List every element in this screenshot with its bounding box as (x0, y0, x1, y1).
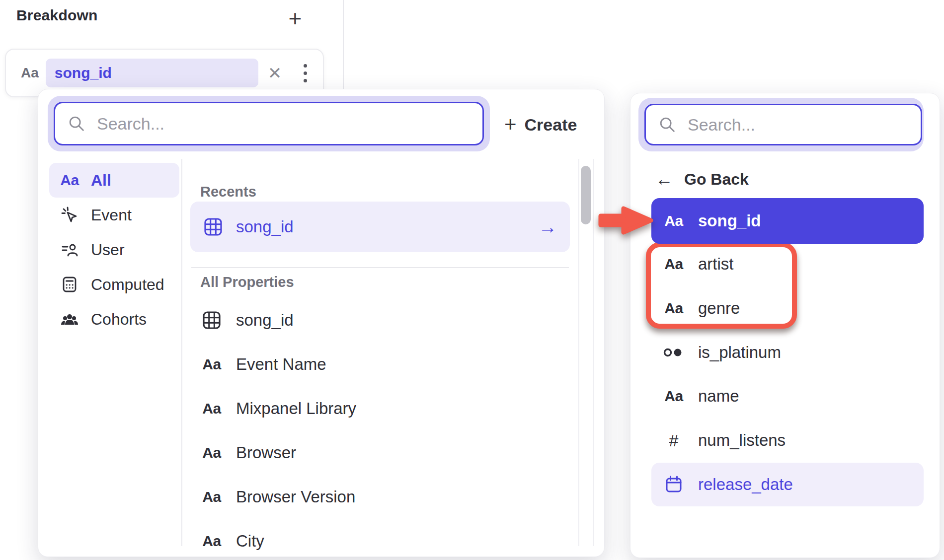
property-search-field[interactable] (54, 102, 484, 145)
breakdown-chip[interactable]: song_id (46, 59, 258, 87)
text-type-icon: Aa (200, 444, 223, 461)
property-search-input[interactable] (96, 114, 471, 134)
value-item-song-id[interactable]: Aa song_id (651, 198, 924, 244)
category-cohorts[interactable]: Cohorts (49, 302, 179, 337)
search-field-focus-ring (48, 96, 490, 151)
section-divider (191, 267, 569, 268)
category-computed[interactable]: Computed (49, 267, 179, 302)
text-type-icon: Aa (59, 172, 80, 189)
value-item-is-platinum[interactable]: is_platinum (651, 333, 924, 372)
all-properties-heading: All Properties (200, 274, 294, 290)
value-item-artist[interactable]: Aa artist (651, 244, 924, 284)
property-item-mixpanel-library[interactable]: Aa Mixpanel Library (190, 386, 570, 430)
property-item-event-name[interactable]: Aa Event Name (190, 342, 570, 386)
go-back-button[interactable]: ← Go Back (655, 167, 749, 192)
category-all[interactable]: Aa All (49, 163, 179, 198)
value-item-num-listens[interactable]: # num_listens (651, 420, 924, 460)
sidebar-right-border (343, 0, 344, 90)
category-sidebar: Aa All Event User (49, 163, 179, 337)
property-item-browser[interactable]: Aa Browser (190, 430, 570, 475)
category-user[interactable]: User (49, 232, 179, 267)
event-click-icon (59, 206, 80, 224)
all-properties-list: song_id Aa Event Name Aa Mixpanel Librar… (190, 298, 570, 557)
list-divider-vertical (181, 159, 182, 546)
value-item-release-date[interactable]: release_date (651, 463, 924, 506)
text-type-icon: Aa (200, 489, 223, 505)
scrollbar-track-border (593, 159, 594, 546)
text-type-icon: Aa (21, 65, 39, 81)
user-icon (59, 241, 80, 259)
add-breakdown-button[interactable]: + (281, 3, 309, 34)
text-type-icon: Aa (662, 212, 685, 229)
search-icon (658, 115, 677, 134)
search-field-focus-ring (638, 98, 924, 151)
drill-in-arrow-icon[interactable]: → (538, 216, 557, 238)
recents-heading: Recents (200, 184, 256, 200)
boolean-icon (662, 345, 685, 360)
calendar-icon (662, 475, 685, 494)
breakdown-section-title: Breakdown (16, 7, 98, 24)
property-item-browser-version[interactable]: Aa Browser Version (190, 475, 570, 519)
number-icon: # (662, 431, 685, 450)
property-item-city[interactable]: Aa City (190, 519, 570, 557)
value-search-field[interactable] (644, 104, 922, 145)
value-item-genre[interactable]: Aa genre (651, 288, 924, 328)
cohorts-people-icon (59, 310, 80, 328)
text-type-icon: Aa (662, 256, 685, 273)
text-type-icon: Aa (200, 400, 223, 417)
create-property-button[interactable]: + Create (504, 110, 577, 139)
scrollbar-track-border (578, 159, 579, 546)
value-picker-panel: ← Go Back Aa song_id Aa artist Aa genre … (630, 93, 940, 558)
text-type-icon: Aa (662, 300, 685, 317)
recent-property-song-id[interactable]: song_id → (190, 202, 570, 252)
table-grid-icon (200, 310, 223, 330)
text-type-icon: Aa (200, 533, 223, 550)
annotation-arrow (595, 202, 655, 239)
text-type-icon: Aa (662, 388, 685, 405)
property-item-song-id[interactable]: song_id (190, 298, 570, 342)
scrollbar-thumb[interactable] (581, 166, 591, 224)
value-search-input[interactable] (687, 115, 909, 135)
category-event[interactable]: Event (49, 198, 179, 232)
table-grid-icon (203, 217, 223, 237)
search-icon (67, 114, 86, 133)
property-picker-panel: + Create Aa All Event (38, 89, 605, 557)
text-type-icon: Aa (200, 356, 223, 373)
plus-icon: + (504, 114, 517, 135)
value-item-name[interactable]: Aa name (651, 376, 924, 416)
back-arrow-icon: ← (655, 170, 673, 188)
calculator-icon (59, 276, 80, 293)
breakdown-chip-label: song_id (55, 65, 112, 81)
